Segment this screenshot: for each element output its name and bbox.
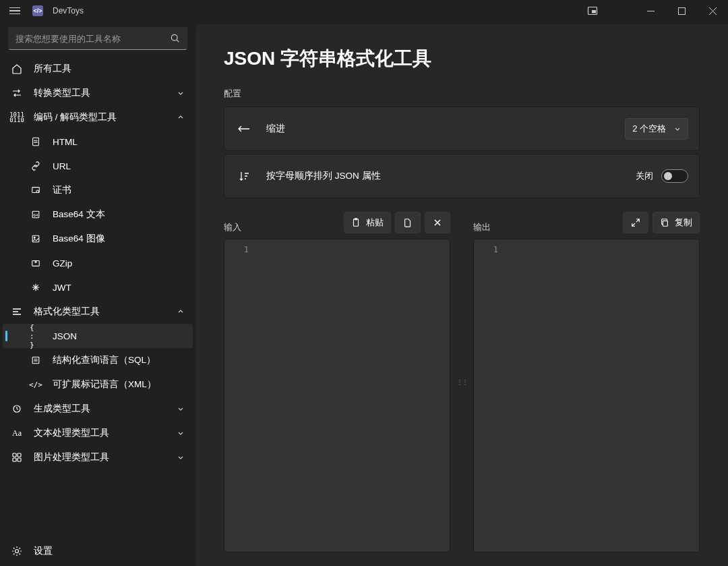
nav-item-label: HTML xyxy=(53,137,78,147)
copy-button[interactable]: 复制 xyxy=(653,212,700,233)
b64-text-icon: 64 xyxy=(30,208,42,221)
sort-label: 按字母顺序排列 JSON 属性 xyxy=(266,170,622,182)
expand-button[interactable] xyxy=(623,212,648,233)
svg-rect-25 xyxy=(663,221,667,226)
nav-base64-image[interactable]: Base64 图像 xyxy=(3,227,193,251)
nav-item-label: 格式化类型工具 xyxy=(34,306,100,318)
copy-icon xyxy=(660,218,669,227)
search-input[interactable] xyxy=(16,34,171,44)
clipboard-icon xyxy=(351,218,361,227)
nav-item-label: JWT xyxy=(53,283,71,293)
nav-converters[interactable]: 转换类型工具 xyxy=(3,81,193,105)
content-area: JSON 字符串格式化工具 配置 缩进 2 个空格 按字母顺序排列 JSON 属… xyxy=(195,24,728,566)
sort-toggle[interactable] xyxy=(661,169,688,183)
close-icon xyxy=(709,7,717,15)
app-icon: </> xyxy=(32,5,43,16)
output-editor[interactable]: 1 xyxy=(473,239,700,553)
xml-icon: </> xyxy=(30,378,42,391)
input-column: 输入 粘贴 1 xyxy=(224,212,450,553)
nav-generators[interactable]: 生成类型工具 xyxy=(3,397,193,421)
nav-tree: 所有工具 转换类型工具 10110110 编码 / 解码类型工具 HTML UR… xyxy=(0,55,195,536)
close-icon xyxy=(433,219,442,227)
graphic-icon xyxy=(11,451,23,463)
nav-url[interactable]: URL xyxy=(3,154,193,178)
svg-rect-21 xyxy=(18,458,21,461)
document-icon xyxy=(30,136,42,148)
nav-jwt[interactable]: JWT xyxy=(3,275,193,300)
indent-value: 2 个空格 xyxy=(632,123,666,135)
minimize-icon xyxy=(647,7,655,15)
nav-html[interactable]: HTML xyxy=(3,130,193,154)
maximize-icon xyxy=(678,7,686,15)
titlebar: </> DevToys xyxy=(0,0,728,22)
nav-encoders[interactable]: 10110110 编码 / 解码类型工具 xyxy=(3,105,193,130)
nav-settings[interactable]: 设置 xyxy=(3,539,193,563)
chevron-down-icon xyxy=(177,405,185,413)
svg-rect-9 xyxy=(32,188,40,193)
paste-button[interactable]: 粘贴 xyxy=(344,212,391,233)
svg-rect-20 xyxy=(13,458,16,461)
input-editor[interactable]: 1 xyxy=(224,239,450,553)
input-content[interactable] xyxy=(255,239,450,552)
close-button[interactable] xyxy=(697,0,728,22)
b64-image-icon xyxy=(30,233,42,245)
nav-sql[interactable]: 结构化查询语言（SQL） xyxy=(3,348,193,372)
nav-xml[interactable]: </> 可扩展标记语言（XML） xyxy=(3,372,193,397)
pip-button[interactable] xyxy=(577,0,608,22)
chevron-up-icon xyxy=(177,308,185,316)
svg-rect-8 xyxy=(33,138,39,145)
sql-icon xyxy=(30,354,42,366)
svg-point-14 xyxy=(34,237,35,238)
nav-all-tools[interactable]: 所有工具 xyxy=(3,57,193,81)
chevron-down-icon xyxy=(674,125,681,132)
open-file-button[interactable] xyxy=(395,212,421,233)
copy-label: 复制 xyxy=(675,217,692,229)
splitter-icon: ⋮⋮ xyxy=(456,378,467,386)
chevron-down-icon xyxy=(177,453,185,461)
nav-item-label: 设置 xyxy=(34,545,53,557)
nav-item-label: 编码 / 解码类型工具 xyxy=(34,111,117,123)
maximize-button[interactable] xyxy=(666,0,697,22)
svg-rect-18 xyxy=(13,453,16,457)
minimize-button[interactable] xyxy=(635,0,666,22)
convert-icon xyxy=(11,87,23,99)
svg-line-7 xyxy=(177,40,179,42)
search-box[interactable] xyxy=(8,27,187,50)
editor-row: 输入 粘贴 1 xyxy=(224,212,700,553)
search-icon xyxy=(171,34,180,43)
svg-rect-3 xyxy=(678,7,685,14)
hamburger-menu-button[interactable] xyxy=(7,5,23,18)
cert-icon xyxy=(30,184,42,196)
svg-point-22 xyxy=(16,550,19,553)
nav-gzip[interactable]: GZip xyxy=(3,251,193,275)
zip-icon xyxy=(30,257,42,269)
svg-rect-24 xyxy=(355,219,357,220)
toggle-state-label: 关闭 xyxy=(636,170,653,182)
nav-cert[interactable]: 证书 xyxy=(3,178,193,202)
jwt-icon xyxy=(30,281,42,293)
home-icon xyxy=(11,63,23,75)
nav-json[interactable]: { : } JSON xyxy=(3,324,193,348)
expand-icon xyxy=(631,218,640,227)
indent-config-card: 缩进 2 个空格 xyxy=(224,107,700,151)
nav-formatters[interactable]: 格式化类型工具 xyxy=(3,300,193,324)
nav-base64-text[interactable]: 64 Base64 文本 xyxy=(3,202,193,227)
gear-icon xyxy=(11,545,23,557)
clear-button[interactable] xyxy=(425,212,450,233)
link-icon xyxy=(30,160,42,172)
nav-text[interactable]: Aa 文本处理类型工具 xyxy=(3,421,193,445)
file-icon xyxy=(403,218,413,227)
svg-text:64: 64 xyxy=(34,213,38,217)
paste-label: 粘贴 xyxy=(366,217,384,229)
indent-icon xyxy=(235,124,253,134)
output-label: 输出 xyxy=(473,221,491,233)
output-gutter: 1 xyxy=(474,239,505,552)
indent-select[interactable]: 2 个空格 xyxy=(625,118,688,140)
svg-rect-1 xyxy=(592,10,596,13)
text-icon: Aa xyxy=(11,427,23,439)
svg-point-10 xyxy=(36,190,39,193)
nav-graphic[interactable]: 图片处理类型工具 xyxy=(3,445,193,470)
chevron-up-icon xyxy=(177,113,185,121)
splitter-handle[interactable]: ⋮⋮ xyxy=(460,212,464,553)
nav-item-label: 结构化查询语言（SQL） xyxy=(53,354,156,366)
